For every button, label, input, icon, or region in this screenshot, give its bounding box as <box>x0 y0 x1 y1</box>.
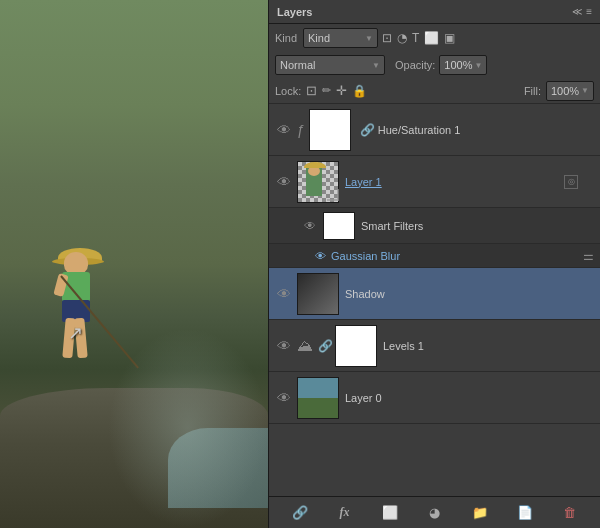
opacity-label: Opacity: <box>395 59 435 71</box>
panel-menu-icon[interactable]: ≡ <box>586 6 592 17</box>
background-blur <box>108 328 268 528</box>
opacity-dropdown-arrow: ▼ <box>474 61 482 70</box>
layers-list: 👁 ƒ 🔗 Hue/Saturation 1 👁 <box>269 104 600 496</box>
lock-row: Lock: ⊡ ✏ ✛ 🔒 Fill: 100% ▼ <box>269 78 600 104</box>
layer-0[interactable]: 👁 Layer 0 <box>269 372 600 424</box>
shape-filter-icon[interactable]: ⬜ <box>424 31 439 45</box>
lock-transparent-icon[interactable]: ⊡ <box>306 83 317 98</box>
add-mask-button[interactable]: ⬜ <box>379 502 401 524</box>
blend-dropdown-arrow: ▼ <box>372 61 380 70</box>
layer-shadow[interactable]: 👁 Shadow <box>269 268 600 320</box>
photo-canvas: ↗ <box>0 0 268 528</box>
opacity-input[interactable]: 100% ▼ <box>439 55 487 75</box>
eye-smart-filters[interactable]: 👁 <box>301 217 319 235</box>
layer-name-levels: Levels 1 <box>383 340 594 352</box>
layer-levels[interactable]: 👁 ⛰ 🔗 Levels 1 <box>269 320 600 372</box>
adjustment-filter-icon[interactable]: ◔ <box>397 31 407 45</box>
eye-layer-1[interactable]: 👁 <box>275 173 293 191</box>
gaussian-blur-name: Gaussian Blur <box>331 250 400 262</box>
pixel-filter-icon[interactable]: ⊡ <box>382 31 392 45</box>
panel-header-icons: ≪ ≡ <box>572 6 592 17</box>
blend-row: Normal ▼ Opacity: 100% ▼ <box>269 52 600 78</box>
eye-shadow[interactable]: 👁 <box>275 285 293 303</box>
blend-mode-value: Normal <box>280 59 315 71</box>
fill-input[interactable]: 100% ▼ <box>546 81 594 101</box>
eye-hue-saturation[interactable]: 👁 <box>275 121 293 139</box>
layer-gaussian-blur[interactable]: 👁 Gaussian Blur ⚌ <box>269 244 600 268</box>
thumb-layer-0 <box>297 377 339 419</box>
delete-layer-button[interactable]: 🗑 <box>559 502 581 524</box>
layers-panel: Layers ≪ ≡ Kind Kind ▼ ⊡ ◔ T ⬜ ▣ <box>268 0 600 528</box>
lock-label: Lock: <box>275 85 301 97</box>
lock-pixels-icon[interactable]: ✏ <box>322 84 331 97</box>
resize-badge <box>327 189 339 201</box>
panel-title: Layers <box>277 6 312 18</box>
layer-hue-saturation[interactable]: 👁 ƒ 🔗 Hue/Saturation 1 <box>269 104 600 156</box>
kind-dropdown-arrow: ▼ <box>365 34 373 43</box>
thumb-hue-saturation <box>309 109 351 151</box>
panel-toolbar: 🔗 fx ⬜ ◕ 📁 📄 🗑 <box>269 496 600 528</box>
kind-select[interactable]: Kind ▼ <box>303 28 378 48</box>
fill-dropdown-arrow: ▼ <box>581 86 589 95</box>
layer-smart-filters[interactable]: 👁 Smart Filters <box>269 208 600 244</box>
layer-name-shadow: Shadow <box>345 288 594 300</box>
smartobj-filter-icon[interactable]: ▣ <box>444 31 455 45</box>
add-adjustment-button[interactable]: ◕ <box>424 502 446 524</box>
layer-name-layer-0: Layer 0 <box>345 392 594 404</box>
blend-mode-select[interactable]: Normal ▼ <box>275 55 385 75</box>
layer-name-hue-saturation: Hue/Saturation 1 <box>378 124 594 136</box>
smart-object-indicator: ◎ <box>564 175 578 189</box>
gaussian-blur-icon: 👁 <box>313 249 327 263</box>
lock-position-icon[interactable]: ✛ <box>336 83 347 98</box>
new-layer-button[interactable]: 📄 <box>514 502 536 524</box>
layer-1[interactable]: 👁 Layer 1 ◎ <box>269 156 600 208</box>
layer-name-smart-filters: Smart Filters <box>361 220 594 232</box>
panel-header: Layers ≪ ≡ <box>269 0 600 24</box>
thumb-smart-filters <box>323 212 355 240</box>
thumb-levels <box>335 325 377 367</box>
filter-icons: ⊡ ◔ T ⬜ ▣ <box>382 31 455 45</box>
thumb-shadow <box>297 273 339 315</box>
fill-label: Fill: <box>524 85 541 97</box>
fx-button[interactable]: fx <box>334 502 356 524</box>
collapse-icon[interactable]: ≪ <box>572 6 582 17</box>
link-layers-button[interactable]: 🔗 <box>289 502 311 524</box>
gaussian-settings-icon[interactable]: ⚌ <box>583 249 594 263</box>
kind-row: Kind Kind ▼ ⊡ ◔ T ⬜ ▣ <box>269 24 600 52</box>
kind-label: Kind <box>275 32 297 44</box>
text-filter-icon[interactable]: T <box>412 31 419 45</box>
eye-levels[interactable]: 👁 <box>275 337 293 355</box>
lock-all-icon[interactable]: 🔒 <box>352 84 367 98</box>
add-group-button[interactable]: 📁 <box>469 502 491 524</box>
layer-name-layer-1: Layer 1 <box>345 176 594 188</box>
eye-layer-0[interactable]: 👁 <box>275 389 293 407</box>
